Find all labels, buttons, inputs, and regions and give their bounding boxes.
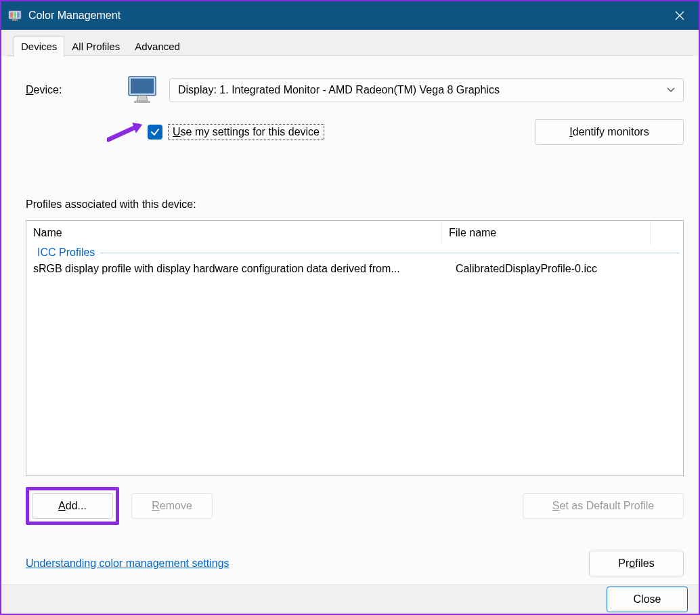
list-buttons-row: Add... Remove Set as Default Profile <box>26 487 684 525</box>
device-select-value: Display: 1. Integrated Monitor - AMD Rad… <box>178 84 500 96</box>
column-header-name[interactable]: Name <box>26 221 442 245</box>
remove-button: Remove <box>131 493 213 519</box>
titlebar: Color Management <box>1 1 699 30</box>
close-window-button[interactable] <box>661 1 699 30</box>
svg-rect-1 <box>10 12 13 18</box>
device-select[interactable]: Display: 1. Integrated Monitor - AMD Rad… <box>169 78 684 102</box>
profiles-associated-label: Profiles associated with this device: <box>26 198 684 211</box>
svg-rect-3 <box>17 12 20 18</box>
tab-advanced[interactable]: Advanced <box>127 36 188 57</box>
tab-all-profiles[interactable]: All Profiles <box>64 36 127 57</box>
svg-rect-6 <box>131 79 154 93</box>
app-icon <box>8 9 22 22</box>
svg-rect-7 <box>134 101 150 103</box>
link-row: Understanding color management settings … <box>26 551 684 576</box>
use-my-settings-checkbox[interactable] <box>148 125 162 140</box>
tab-devices[interactable]: Devices <box>14 36 64 57</box>
tab-content-devices: Device: Display: 1. Integrated Monitor -… <box>1 56 699 585</box>
use-my-settings-row: Use my settings for this device Identify… <box>26 113 684 151</box>
device-label: Device: <box>26 84 121 96</box>
svg-rect-4 <box>12 19 18 21</box>
listview-header: Name File name <box>26 221 683 245</box>
profiles-button[interactable]: Profiles <box>589 551 684 576</box>
annotation-arrow-icon <box>107 121 145 143</box>
svg-rect-2 <box>14 12 16 18</box>
dialog-footer: Close <box>1 585 699 614</box>
listview-group-icc: ICC Profiles <box>26 245 683 260</box>
add-button[interactable]: Add... <box>32 493 113 519</box>
monitor-icon <box>126 74 158 106</box>
window-title: Color Management <box>28 9 661 22</box>
device-row: Device: Display: 1. Integrated Monitor -… <box>26 74 684 106</box>
use-my-settings-label: Use my settings for this device <box>168 124 324 140</box>
understanding-link[interactable]: Understanding color management settings <box>26 557 229 570</box>
tabstrip: Devices All Profiles Advanced <box>1 30 699 56</box>
chevron-down-icon <box>667 85 675 95</box>
identify-monitors-button[interactable]: Identify monitors <box>535 119 684 145</box>
color-management-window: Color Management Devices All Profiles Ad… <box>0 0 700 615</box>
column-header-filename[interactable]: File name <box>442 221 651 245</box>
profiles-listview[interactable]: Name File name ICC Profiles sRGB display… <box>26 220 684 476</box>
close-button[interactable]: Close <box>607 587 688 612</box>
set-default-profile-button: Set as Default Profile <box>523 493 684 519</box>
listview-cell-filename: CalibratedDisplayProfile-0.icc <box>449 263 597 275</box>
annotation-highlight-box: Add... <box>26 487 119 525</box>
listview-cell-name: sRGB display profile with display hardwa… <box>33 263 449 275</box>
listview-row[interactable]: sRGB display profile with display hardwa… <box>26 260 683 278</box>
